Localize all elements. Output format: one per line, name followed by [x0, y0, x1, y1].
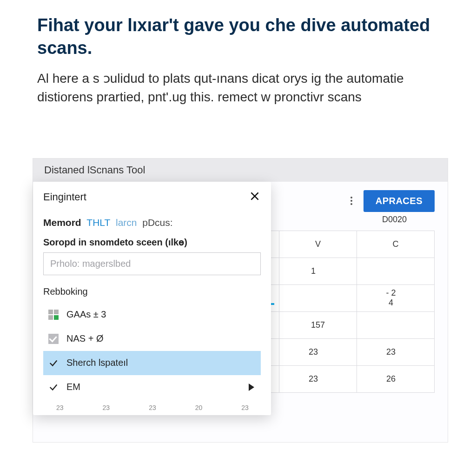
cell-r4v[interactable]: 23: [279, 338, 357, 365]
footer-numbers: 23 23 23 20 23: [33, 404, 271, 415]
option-gaas[interactable]: GAAs ± 3: [43, 303, 261, 327]
cell-r2c[interactable]: - 2 4: [357, 284, 434, 311]
check-icon: [47, 381, 60, 394]
cell-r4c[interactable]: 23: [357, 338, 434, 365]
footer-num: 23: [103, 404, 110, 411]
cell-r2v[interactable]: [279, 284, 357, 311]
check-icon: [47, 357, 60, 370]
footer-num: 20: [195, 404, 203, 411]
app-body: APRACES D0020 V C: [33, 182, 448, 442]
scene-field-label: Soropd in snomdeto sceen (ılkɵ): [43, 237, 261, 248]
cell-r2c-b: 4: [389, 298, 393, 307]
cell-r5v[interactable]: 23: [279, 365, 357, 392]
modal-title: Eingintert: [43, 191, 86, 203]
apraces-button[interactable]: APRACES: [364, 190, 435, 212]
option-label: Sherch lspateıl: [66, 357, 128, 368]
footer-num: 23: [56, 404, 64, 411]
option-label: EM: [66, 382, 80, 392]
scene-input[interactable]: [43, 252, 261, 275]
col-v: V: [279, 231, 357, 258]
cell-r2c-a: - 2: [386, 288, 396, 298]
option-list: GAAs ± 3 NAS + Ø Sherch lspateıl: [43, 303, 261, 399]
footer-num: 23: [241, 404, 249, 411]
option-em[interactable]: EM: [43, 375, 261, 399]
checkbox-icon: [47, 332, 60, 345]
page-heading: Fihat your lıxıar't gave you che dive au…: [0, 0, 476, 65]
grid-icon: [47, 308, 60, 321]
option-label: GAAs ± 3: [66, 309, 106, 320]
cell-r3v[interactable]: 157: [279, 311, 357, 338]
option-nas[interactable]: NAS + Ø: [43, 327, 261, 351]
memord-middle-text: larcn: [116, 217, 137, 228]
option-label: NAS + Ø: [66, 333, 103, 344]
memord-link[interactable]: THLT: [86, 217, 110, 228]
app-titlebar: Distaned lScnans Tool: [33, 159, 448, 182]
option-sherch[interactable]: Sherch lspateıl: [43, 351, 261, 375]
app-frame: Distaned lScnans Tool APRACES D0020: [33, 158, 448, 443]
kebab-menu-icon[interactable]: [348, 194, 355, 208]
footer-num: 23: [149, 404, 156, 411]
memord-row: Memord THLT larcn pDcus:: [43, 217, 261, 228]
grid-id-label: D0020: [382, 215, 407, 225]
close-icon[interactable]: [249, 190, 261, 204]
cell-r1c[interactable]: [357, 258, 434, 284]
cell-r5c[interactable]: 26: [357, 365, 434, 392]
col-c: C: [357, 231, 434, 258]
eingintert-modal: Eingintert Memord THLT larcn pDcus: Soro…: [33, 182, 271, 415]
cell-r3c[interactable]: [357, 311, 434, 338]
expand-icon[interactable]: [249, 383, 254, 391]
page-subtext: Al here a s ɔulidud to plats qut-ınans d…: [0, 65, 476, 130]
cell-r1v[interactable]: 1: [279, 258, 357, 284]
rebboking-label: Rebboking: [43, 286, 261, 297]
memord-label: Memord: [43, 217, 81, 228]
memord-rest: pDcus:: [142, 217, 172, 228]
